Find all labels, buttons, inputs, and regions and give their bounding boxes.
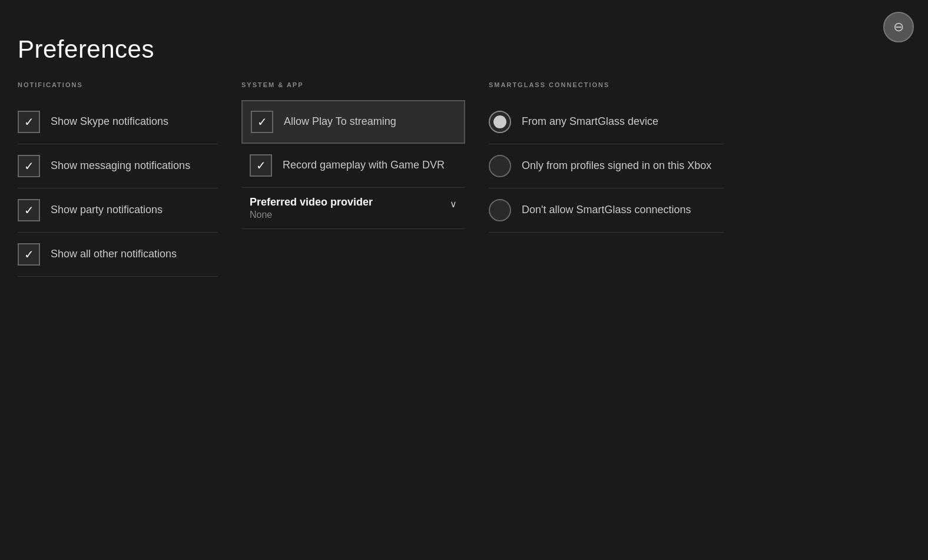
- label-party: Show party notifications: [51, 203, 163, 217]
- checkbox-item-messaging[interactable]: ✓ Show messaging notifications: [18, 144, 218, 188]
- system-item-play-to[interactable]: ✓ Allow Play To streaming: [241, 100, 465, 144]
- checkbox-item-party[interactable]: ✓ Show party notifications: [18, 188, 218, 233]
- notifications-section-header: NOTIFICATIONS: [18, 81, 218, 88]
- avatar-button[interactable]: ⊖: [883, 12, 914, 42]
- columns-wrapper: NOTIFICATIONS ✓ Show Skype notifications…: [18, 81, 910, 277]
- checkbox-game-dvr[interactable]: ✓: [250, 154, 272, 177]
- label-skype: Show Skype notifications: [51, 115, 168, 128]
- checkmark-game-dvr: ✓: [256, 160, 266, 171]
- radio-any-device[interactable]: [489, 111, 511, 133]
- checkmark-messaging: ✓: [24, 160, 34, 172]
- system-item-game-dvr[interactable]: ✓ Record gameplay with Game DVR: [241, 144, 465, 188]
- label-game-dvr: Record gameplay with Game DVR: [283, 158, 445, 172]
- radio-item-signed-in[interactable]: Only from profiles signed in on this Xbo…: [489, 144, 724, 188]
- radio-item-any-device[interactable]: From any SmartGlass device: [489, 100, 724, 144]
- checkbox-party[interactable]: ✓: [18, 199, 40, 221]
- label-any-device: From any SmartGlass device: [522, 115, 658, 128]
- checkmark-other: ✓: [24, 248, 34, 260]
- checkbox-play-to[interactable]: ✓: [251, 111, 273, 133]
- dropdown-header: Preferred video provider None ∨: [250, 196, 457, 220]
- avatar-icon: ⊖: [893, 19, 904, 35]
- radio-dont-allow[interactable]: [489, 199, 511, 221]
- page-title: Preferences: [18, 35, 910, 64]
- checkmark-skype: ✓: [24, 116, 34, 128]
- smartglass-section-header: SMARTGLASS CONNECTIONS: [489, 81, 724, 88]
- label-messaging: Show messaging notifications: [51, 159, 190, 173]
- label-signed-in: Only from profiles signed in on this Xbo…: [522, 159, 711, 173]
- label-play-to: Allow Play To streaming: [284, 115, 396, 128]
- radio-signed-in[interactable]: [489, 155, 511, 177]
- dropdown-value: None: [250, 210, 373, 220]
- checkbox-item-other[interactable]: ✓ Show all other notifications: [18, 233, 218, 277]
- dropdown-content: Preferred video provider None: [250, 196, 373, 220]
- notifications-column: NOTIFICATIONS ✓ Show Skype notifications…: [18, 81, 241, 277]
- checkbox-item-skype[interactable]: ✓ Show Skype notifications: [18, 100, 218, 144]
- checkbox-skype[interactable]: ✓: [18, 111, 40, 133]
- page-container: ⊖ Preferences NOTIFICATIONS ✓ Show Skype…: [0, 0, 928, 560]
- chevron-down-icon: ∨: [450, 198, 457, 210]
- checkbox-messaging[interactable]: ✓: [18, 155, 40, 177]
- checkbox-other[interactable]: ✓: [18, 243, 40, 266]
- radio-inner-any-device: [493, 115, 506, 128]
- radio-item-dont-allow[interactable]: Don't allow SmartGlass connections: [489, 188, 724, 233]
- system-app-column: SYSTEM & APP ✓ Allow Play To streaming ✓…: [241, 81, 489, 229]
- system-app-section-header: SYSTEM & APP: [241, 81, 465, 88]
- smartglass-column: SMARTGLASS CONNECTIONS From any SmartGla…: [489, 81, 724, 233]
- dropdown-title: Preferred video provider: [250, 196, 373, 208]
- label-dont-allow: Don't allow SmartGlass connections: [522, 203, 691, 217]
- label-other: Show all other notifications: [51, 247, 177, 261]
- checkmark-play-to: ✓: [257, 116, 267, 128]
- dropdown-video-provider[interactable]: Preferred video provider None ∨: [241, 188, 465, 229]
- checkmark-party: ✓: [24, 204, 34, 216]
